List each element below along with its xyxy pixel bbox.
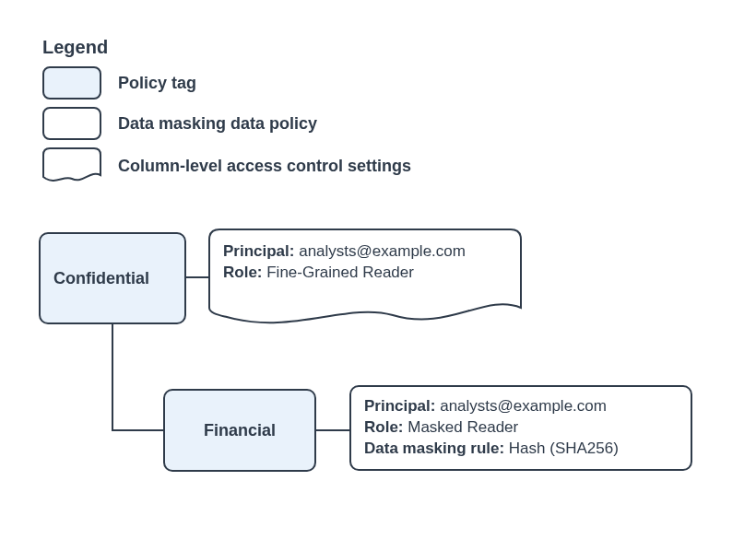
- policy-rule-row: Data masking rule: Hash (SHA256): [364, 439, 678, 460]
- note-role-value: Fine-Grained Reader: [266, 264, 414, 281]
- note-principal-value: analysts@example.com: [299, 242, 466, 260]
- connector-conf-fin-vert: [112, 324, 113, 431]
- policy-tag-financial-label: Financial: [204, 421, 276, 440]
- diagram-canvas: Legend Policy tag Data masking data poli…: [0, 0, 756, 551]
- connector-financial-policy: [316, 429, 349, 431]
- policy-rule-value: Hash (SHA256): [509, 440, 619, 457]
- legend-label-data-policy: Data masking data policy: [118, 114, 317, 134]
- policy-principal-label: Principal:: [364, 397, 435, 415]
- legend-swatch-data-policy: [42, 107, 101, 140]
- policy-tag-financial: Financial: [163, 389, 316, 472]
- legend-label-policy-tag: Policy tag: [118, 74, 196, 93]
- note-principal-row: Principal: analysts@example.com: [223, 241, 507, 263]
- legend-title: Legend: [42, 37, 108, 58]
- access-control-note: Principal: analysts@example.com Role: Fi…: [208, 229, 522, 328]
- note-principal-label: Principal:: [223, 242, 294, 260]
- policy-role-label: Role:: [364, 418, 404, 436]
- policy-tag-confidential: Confidential: [39, 232, 186, 324]
- legend-swatch-note: [42, 147, 101, 184]
- note-role-label: Role:: [223, 264, 263, 281]
- legend-label-note: Column-level access control settings: [118, 157, 411, 176]
- policy-principal-row: Principal: analysts@example.com: [364, 396, 678, 417]
- policy-principal-value: analysts@example.com: [440, 397, 607, 415]
- data-masking-policy: Principal: analysts@example.com Role: Ma…: [349, 385, 692, 471]
- note-role-row: Role: Fine-Grained Reader: [223, 263, 507, 284]
- legend-swatch-policy-tag: [42, 66, 101, 100]
- connector-conf-fin-horz: [112, 429, 163, 431]
- policy-role-value: Masked Reader: [408, 418, 518, 436]
- policy-role-row: Role: Masked Reader: [364, 417, 678, 439]
- connector-confidential-note: [186, 276, 208, 278]
- policy-rule-label: Data masking rule:: [364, 440, 504, 457]
- policy-tag-confidential-label: Confidential: [53, 269, 149, 288]
